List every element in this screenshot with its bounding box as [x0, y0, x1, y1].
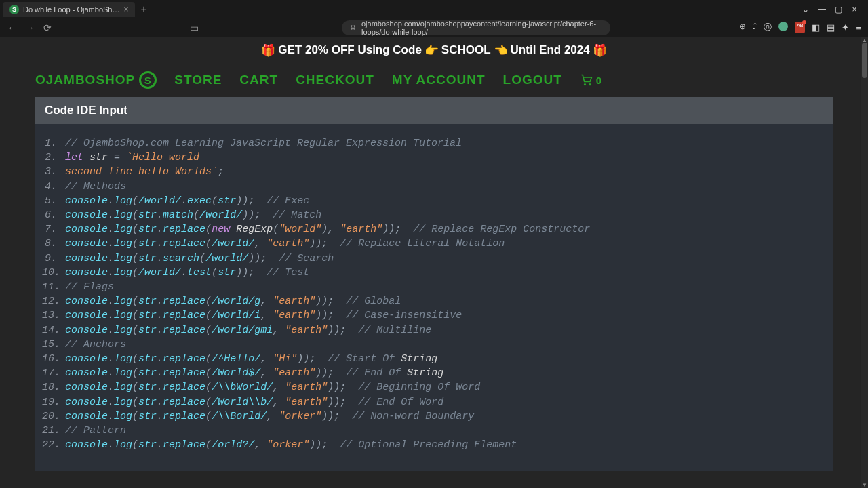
- code-text: second line hello Worlds`;: [65, 165, 224, 179]
- code-line[interactable]: 19.console.log(str.replace(/World\\b/, "…: [42, 395, 826, 409]
- line-number: 15.: [42, 338, 65, 352]
- line-number: 8.: [42, 237, 65, 251]
- code-line[interactable]: 10.console.log(/world/.test(str)); // Te…: [42, 266, 826, 280]
- line-number: 3.: [42, 165, 65, 179]
- code-text: console.log(str.replace(/World\\b/, "ear…: [65, 395, 443, 409]
- code-text: console.log(str.replace(/^Hello/, "Hi"))…: [65, 352, 437, 366]
- code-line[interactable]: 12.console.log(str.replace(/world/g, "ea…: [42, 294, 826, 308]
- site-navigation: OJAMBOSHOP S STORE CART CHECKOUT MY ACCO…: [0, 63, 868, 97]
- minimize-icon[interactable]: —: [816, 5, 827, 14]
- code-text: console.log(str.replace(/\\bWorld/, "ear…: [65, 380, 480, 394]
- logo-badge-icon: S: [139, 71, 157, 89]
- code-text: // Flags: [65, 280, 114, 294]
- code-editor[interactable]: 1.// OjamboShop.com Learning JavaScript …: [35, 124, 833, 471]
- code-line[interactable]: 18.console.log(str.replace(/\\bWorld/, "…: [42, 380, 826, 394]
- gift-icon: 🎁: [593, 43, 607, 58]
- code-line[interactable]: 3.second line hello Worlds`;: [42, 165, 826, 179]
- line-number: 9.: [42, 251, 65, 266]
- code-line[interactable]: 6.console.log(str.match(/world/)); // Ma…: [42, 208, 826, 222]
- nav-cart[interactable]: CART: [239, 73, 278, 87]
- sidebar-icon[interactable]: ◧: [812, 22, 820, 33]
- zoom-icon[interactable]: ⊕: [739, 22, 746, 33]
- cart-button[interactable]: 0: [580, 73, 602, 87]
- code-text: // Methods: [65, 180, 126, 194]
- bookmark-icon[interactable]: ▭: [189, 22, 199, 33]
- logo-link[interactable]: OJAMBOSHOP S: [35, 71, 157, 89]
- code-line[interactable]: 13.console.log(str.replace(/world/i, "ea…: [42, 308, 826, 323]
- cart-count: 0: [596, 75, 602, 86]
- code-line[interactable]: 4.// Methods: [42, 180, 826, 194]
- maximize-icon[interactable]: ▢: [833, 5, 844, 14]
- line-number: 4.: [42, 180, 65, 194]
- tab-title: Do while Loop - OjamboSh…: [23, 5, 119, 14]
- svg-point-0: [584, 84, 585, 85]
- code-text: // Anchors: [65, 338, 126, 352]
- adblock-icon[interactable]: AB: [795, 22, 805, 33]
- scrollbar-thumb[interactable]: [862, 43, 867, 78]
- scrollbar-down-icon[interactable]: ▼: [862, 482, 867, 488]
- code-line[interactable]: 14.console.log(str.replace(/world/gmi, "…: [42, 323, 826, 338]
- code-line[interactable]: 15.// Anchors: [42, 338, 826, 352]
- nav-checkout[interactable]: CHECKOUT: [296, 73, 374, 87]
- site-settings-icon[interactable]: ⚙: [350, 24, 356, 31]
- nav-store[interactable]: STORE: [174, 73, 222, 87]
- menu-icon[interactable]: ≡: [856, 22, 861, 33]
- code-text: console.log(str.replace(/orld?/, "orker"…: [65, 438, 517, 452]
- promo-suffix: Until End 2024: [511, 43, 590, 57]
- code-line[interactable]: 8.console.log(str.replace(/world/, "eart…: [42, 237, 826, 251]
- new-tab-button[interactable]: +: [135, 3, 152, 16]
- reader-icon[interactable]: ▤: [827, 22, 835, 33]
- code-text: console.log(/world/.test(str)); // Test: [65, 266, 309, 280]
- page-content: 🎁 GET 20% OFF Using Code 👉 SCHOOL 👈 Unti…: [0, 37, 868, 488]
- code-line[interactable]: 22.console.log(str.replace(/orld?/, "ork…: [42, 438, 826, 452]
- code-text: console.log(str.replace(/world/gmi, "ear…: [65, 323, 431, 338]
- code-line[interactable]: 20.console.log(str.replace(/\\Borld/, "o…: [42, 409, 826, 424]
- share-icon[interactable]: ⤴: [753, 22, 757, 33]
- rss-icon[interactable]: ⓝ: [764, 22, 772, 33]
- promo-code: SCHOOL: [441, 43, 491, 57]
- close-tab-icon[interactable]: ×: [123, 5, 128, 14]
- code-text: console.log(str.replace(/World$/, "earth…: [65, 366, 443, 380]
- code-text: console.log(str.replace(/world/i, "earth…: [65, 308, 462, 323]
- point-left-icon: 👈: [494, 43, 508, 58]
- code-line[interactable]: 16.console.log(str.replace(/^Hello/, "Hi…: [42, 352, 826, 366]
- line-number: 11.: [42, 280, 65, 294]
- sparkle-icon[interactable]: ✦: [842, 22, 849, 33]
- window-controls: ⌄ — ▢ ×: [800, 5, 865, 14]
- reload-button[interactable]: ⟳: [42, 22, 53, 33]
- main-content: Code IDE Input 1.// OjamboShop.com Learn…: [0, 97, 868, 471]
- code-line[interactable]: 1.// OjamboShop.com Learning JavaScript …: [42, 136, 826, 150]
- code-text: console.log(/world/.exec(str)); // Exec: [65, 194, 309, 208]
- close-window-icon[interactable]: ×: [849, 5, 860, 14]
- nav-logout[interactable]: LOGOUT: [503, 73, 562, 87]
- line-number: 18.: [42, 380, 65, 394]
- back-button[interactable]: ←: [7, 22, 18, 33]
- url-text: ojamboshop.com/ojamboshoppaycontent/lear…: [361, 20, 602, 36]
- forward-button[interactable]: →: [24, 22, 35, 33]
- code-line[interactable]: 9.console.log(str.search(/world/)); // S…: [42, 251, 826, 266]
- code-line[interactable]: 7.console.log(str.replace(new RegExp("wo…: [42, 222, 826, 237]
- code-line[interactable]: 5.console.log(/world/.exec(str)); // Exe…: [42, 194, 826, 208]
- line-number: 17.: [42, 366, 65, 380]
- code-line[interactable]: 17.console.log(str.replace(/World$/, "ea…: [42, 366, 826, 380]
- promo-banner: 🎁 GET 20% OFF Using Code 👉 SCHOOL 👈 Unti…: [0, 37, 868, 63]
- line-number: 5.: [42, 194, 65, 208]
- code-text: console.log(str.replace(new RegExp("worl…: [65, 222, 590, 237]
- browser-tab[interactable]: S Do while Loop - OjamboSh… ×: [3, 2, 135, 17]
- code-text: console.log(str.replace(/world/, "earth"…: [65, 237, 505, 251]
- line-number: 22.: [42, 438, 65, 452]
- chevron-down-icon[interactable]: ⌄: [800, 5, 811, 14]
- code-line[interactable]: 21.// Pattern: [42, 424, 826, 438]
- line-number: 16.: [42, 352, 65, 366]
- vertical-scrollbar[interactable]: ▲ ▼: [861, 37, 868, 488]
- promo-prefix: GET 20% OFF Using Code: [278, 43, 422, 57]
- code-line[interactable]: 2.let str = `Hello world: [42, 150, 826, 165]
- code-line[interactable]: 11.// Flags: [42, 280, 826, 294]
- line-number: 21.: [42, 424, 65, 438]
- nav-myaccount[interactable]: MY ACCOUNT: [392, 73, 486, 87]
- extension-green-icon[interactable]: [778, 22, 788, 31]
- code-text: // Pattern: [65, 424, 126, 438]
- url-input[interactable]: ⚙ ojamboshop.com/ojamboshoppaycontent/le…: [342, 20, 610, 35]
- code-text: console.log(str.match(/world/)); // Matc…: [65, 208, 321, 222]
- line-number: 19.: [42, 395, 65, 409]
